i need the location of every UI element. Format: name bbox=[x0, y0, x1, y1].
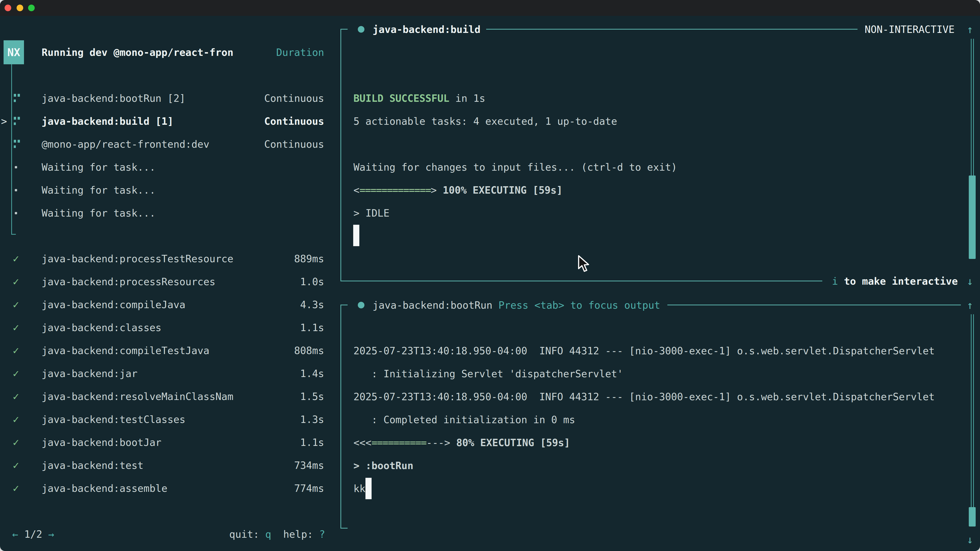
progress-label: 80% EXECUTING [59s] bbox=[450, 437, 570, 448]
running-task-row[interactable]: > @mono-app/react-frontend:dev Continuou… bbox=[0, 133, 340, 156]
scroll-up-icon[interactable]: ↑ bbox=[967, 294, 973, 317]
task-name: java-backend:compileJava bbox=[41, 299, 186, 310]
terminal-window: NX Running dev @mono-app/react-fron Dura… bbox=[0, 0, 980, 551]
waiting-label: Waiting for task... bbox=[41, 184, 156, 196]
page-indicator: 1/2 bbox=[24, 529, 42, 540]
log-line: : Completed initialization in 0 ms bbox=[353, 408, 955, 431]
task-duration: 889ms bbox=[294, 253, 324, 265]
progress-label: 100% EXECUTING [59s] bbox=[437, 184, 563, 196]
completed-task-row[interactable]: ✓ java-backend:compileJava 4.3s bbox=[0, 293, 340, 316]
panel-border-top bbox=[667, 305, 961, 305]
run-command-title: Running dev @mono-app/react-fron bbox=[41, 47, 233, 58]
panel-dot-icon bbox=[358, 302, 364, 308]
task-duration: 1.0s bbox=[300, 276, 324, 287]
maximize-button[interactable] bbox=[28, 5, 35, 11]
task-duration: 808ms bbox=[294, 345, 324, 356]
completed-task-row[interactable]: ✓ java-backend:jar 1.4s bbox=[0, 362, 340, 385]
pager: ← 1/2 → bbox=[12, 523, 54, 546]
task-sidebar: NX Running dev @mono-app/react-fron Dura… bbox=[0, 16, 340, 551]
task-name: @mono-app/react-frontend:dev bbox=[41, 138, 209, 150]
completed-task-row[interactable]: ✓ java-backend:compileTestJava 808ms bbox=[0, 339, 340, 362]
check-icon: ✓ bbox=[13, 390, 19, 403]
sidebar-header: Running dev @mono-app/react-fron Duratio… bbox=[0, 41, 340, 64]
completed-task-row[interactable]: ✓ java-backend:assemble 774ms bbox=[0, 477, 340, 500]
task-name: java-backend:assemble bbox=[41, 483, 167, 494]
running-task-row[interactable]: > java-backend:build [1] Continuous bbox=[0, 110, 340, 133]
input-text: kk bbox=[353, 483, 366, 494]
titlebar bbox=[0, 0, 980, 16]
gradle-progress-line: <<<==========---> 80% EXECUTING [59s] bbox=[353, 431, 570, 454]
panel-border-stub bbox=[340, 29, 348, 30]
waiting-label: Waiting for task... bbox=[41, 162, 156, 173]
mouse-cursor bbox=[577, 255, 590, 273]
task-duration: 1.3s bbox=[300, 414, 324, 425]
running-task-row[interactable]: > java-backend:bootRun [2] Continuous bbox=[0, 87, 340, 110]
completed-task-row[interactable]: ✓ java-backend:classes 1.1s bbox=[0, 316, 340, 339]
task-name: java-backend:test bbox=[41, 460, 143, 471]
log-line: 2025-07-23T13:40:18.950-04:00 INFO 44312… bbox=[353, 385, 955, 408]
waiting-task-row[interactable]: Waiting for task... bbox=[0, 179, 340, 202]
panel-border-bottom bbox=[340, 281, 822, 281]
pending-dot-icon bbox=[15, 189, 17, 191]
completed-task-row[interactable]: ✓ java-backend:resolveMainClassNam 1.5s bbox=[0, 385, 340, 408]
input-line[interactable]: kk bbox=[353, 477, 372, 500]
check-icon: ✓ bbox=[13, 275, 19, 288]
build-success-line: BUILD SUCCESSFUL in 1s bbox=[353, 87, 485, 110]
help-key: ? bbox=[319, 529, 325, 540]
gradle-progress-line: <=============> 100% EXECUTING [59s] bbox=[353, 179, 563, 202]
completed-task-row[interactable]: ✓ java-backend:bootJar 1.1s bbox=[0, 431, 340, 454]
tasks-summary-line: 5 actionable tasks: 4 executed, 1 up-to-… bbox=[353, 110, 617, 133]
check-icon: ✓ bbox=[13, 321, 19, 333]
completed-task-row[interactable]: ✓ java-backend:testClasses 1.3s bbox=[0, 408, 340, 431]
pending-dot-icon bbox=[15, 166, 17, 168]
scrollbar-thumb[interactable] bbox=[969, 507, 976, 527]
check-icon: ✓ bbox=[13, 299, 19, 311]
task-name: java-backend:processTestResource bbox=[41, 253, 233, 265]
check-icon: ✓ bbox=[13, 252, 19, 265]
page-next-arrow[interactable]: → bbox=[48, 529, 54, 540]
scrollbar-track[interactable] bbox=[973, 39, 974, 176]
idle-line: > IDLE bbox=[353, 202, 390, 224]
selected-chevron: > bbox=[1, 116, 7, 127]
task-name: java-backend:bootRun [2] bbox=[41, 93, 186, 104]
completed-task-row[interactable]: ✓ java-backend:test 734ms bbox=[0, 454, 340, 477]
panel-border-corner bbox=[340, 528, 348, 529]
waiting-task-row[interactable]: Waiting for task... bbox=[0, 202, 340, 224]
check-icon: ✓ bbox=[13, 436, 19, 448]
minimize-button[interactable] bbox=[17, 5, 23, 11]
close-button[interactable] bbox=[5, 5, 11, 11]
task-duration: 4.3s bbox=[300, 299, 324, 310]
task-duration: 1.4s bbox=[300, 368, 324, 380]
log-line: : Initializing Servlet 'dispatcherServle… bbox=[353, 362, 955, 385]
task-name: java-backend:classes bbox=[41, 322, 162, 333]
task-name: java-backend:testClasses bbox=[41, 414, 186, 425]
scrollbar-track[interactable] bbox=[973, 314, 974, 507]
log-line: 2025-07-23T13:40:18.950-04:00 INFO 44312… bbox=[353, 339, 955, 362]
quit-label: quit: bbox=[229, 529, 259, 540]
waiting-task-row[interactable]: Waiting for task... bbox=[0, 156, 340, 179]
build-panel-title: java-backend:build bbox=[372, 18, 480, 41]
scrollbar-track[interactable] bbox=[971, 314, 972, 507]
panel-dot-icon bbox=[358, 26, 364, 33]
quit-key: q bbox=[265, 529, 271, 540]
scrollbar-thumb[interactable] bbox=[969, 176, 976, 259]
scroll-up-icon[interactable]: ↑ bbox=[967, 18, 973, 41]
bootrun-panel-title: java-backend:bootRun bbox=[372, 294, 493, 317]
check-icon: ✓ bbox=[13, 367, 19, 380]
completed-task-row[interactable]: ✓ java-backend:processTestResource 889ms bbox=[0, 247, 340, 270]
scroll-down-icon[interactable]: ↓ bbox=[967, 528, 973, 551]
check-icon: ✓ bbox=[13, 413, 19, 426]
waiting-changes-line: Waiting for changes to input files... (c… bbox=[353, 156, 677, 179]
check-icon: ✓ bbox=[13, 459, 19, 472]
task-duration: 1.1s bbox=[300, 437, 324, 448]
scrollbar-track[interactable] bbox=[971, 39, 972, 176]
scroll-down-icon[interactable]: ↓ bbox=[967, 270, 973, 292]
task-duration: 1.1s bbox=[300, 322, 324, 333]
page-prev-arrow[interactable]: ← bbox=[12, 529, 18, 540]
spinner-icon bbox=[14, 117, 21, 125]
progress-bar-fill: ========== bbox=[371, 437, 426, 448]
task-name: java-backend:resolveMainClassNam bbox=[41, 391, 233, 402]
panel-border-stub bbox=[340, 305, 348, 305]
completed-task-row[interactable]: ✓ java-backend:processResources 1.0s bbox=[0, 270, 340, 293]
keyboard-hints: quit: q help: ? bbox=[229, 523, 325, 546]
